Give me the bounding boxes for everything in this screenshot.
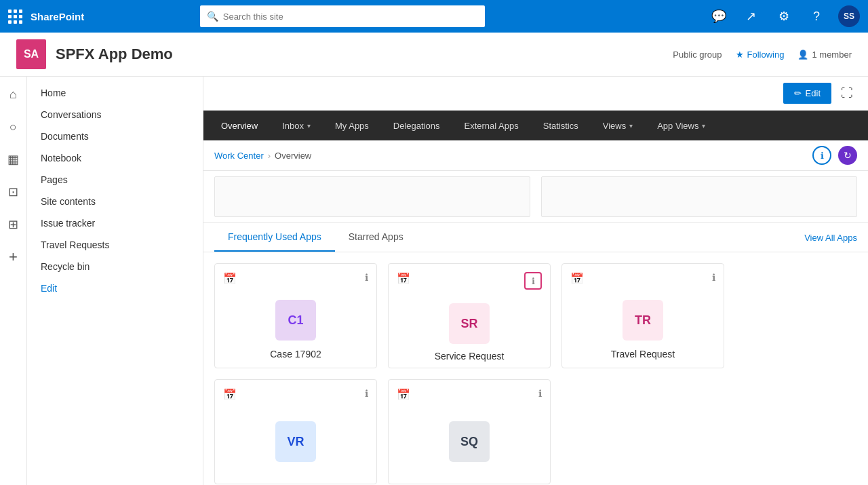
app-card-case-17902[interactable]: 📅 ℹ C1 Case 17902 bbox=[214, 263, 377, 368]
info-icon[interactable]: ℹ bbox=[365, 272, 368, 283]
site-title: SPFX App Demo bbox=[56, 45, 173, 63]
tab-inbox[interactable]: Inbox ▾ bbox=[270, 111, 323, 140]
following-button[interactable]: ★ Following bbox=[736, 50, 785, 60]
sidebar-globe-icon[interactable]: ○ bbox=[1, 115, 26, 139]
tab-delegations[interactable]: Delegations bbox=[381, 111, 452, 140]
info-icon[interactable]: ℹ bbox=[712, 272, 715, 283]
search-bar: 🔍 bbox=[200, 5, 485, 27]
sidebar-item-pages[interactable]: Pages bbox=[27, 169, 203, 191]
tab-my-apps[interactable]: My Apps bbox=[323, 111, 381, 140]
app-card-top: 📅 ℹ bbox=[397, 388, 542, 401]
app-card-vr[interactable]: 📅 ℹ VR bbox=[214, 379, 377, 484]
app-card-icon-area: C1 bbox=[223, 292, 368, 349]
info-icon[interactable]: ℹ bbox=[538, 388, 542, 399]
sidebar-edit-link[interactable]: Edit bbox=[27, 277, 203, 299]
sidebar-add-icon[interactable]: + bbox=[1, 245, 26, 269]
sidebar-item-home[interactable]: Home bbox=[27, 82, 203, 104]
sharepoint-logo[interactable]: SharePoint bbox=[31, 11, 84, 22]
breadcrumb-parent[interactable]: Work Center bbox=[214, 151, 264, 161]
app-card-top: 📅 ℹ bbox=[223, 272, 368, 285]
views-chevron-icon: ▾ bbox=[629, 122, 633, 130]
share-button[interactable]: ↗ bbox=[741, 5, 762, 27]
inbox-chevron-icon: ▾ bbox=[307, 122, 311, 130]
tab-app-views[interactable]: App Views ▾ bbox=[645, 111, 717, 140]
app-card-name: Travel Request bbox=[570, 349, 715, 360]
app-tabs-bar: Frequently Used Apps Starred Apps View A… bbox=[203, 223, 868, 252]
view-all-apps-link[interactable]: View All Apps bbox=[804, 225, 857, 251]
app-avatar-sr: SR bbox=[449, 303, 490, 344]
sidebar-icons: ⌂ ○ ▦ ⊡ ⊞ + bbox=[0, 77, 27, 485]
tab-overview[interactable]: Overview bbox=[209, 111, 270, 140]
tab-external-apps[interactable]: External Apps bbox=[452, 111, 531, 140]
sidebar: Home Conversations Documents Notebook Pa… bbox=[27, 77, 203, 485]
panels-row bbox=[203, 171, 868, 223]
tab-overview-label: Overview bbox=[221, 121, 258, 131]
sidebar-item-conversations[interactable]: Conversations bbox=[27, 104, 203, 125]
app-card-sq[interactable]: 📅 ℹ SQ bbox=[388, 379, 551, 484]
sidebar-item-notebook[interactable]: Notebook bbox=[27, 147, 203, 169]
sidebar-activity-icon[interactable]: ⊡ bbox=[1, 180, 26, 204]
site-logo: SA bbox=[16, 39, 46, 69]
settings-button[interactable]: ⚙ bbox=[773, 5, 795, 27]
calendar-icon: 📅 bbox=[223, 272, 237, 285]
app-card-icon-area: SQ bbox=[397, 408, 542, 476]
top-bar-actions: 💬 ↗ ⚙ ? SS bbox=[708, 5, 860, 27]
content-area: ✏ Edit ⛶ Overview Inbox ▾ My Apps Delega… bbox=[203, 77, 868, 485]
tab-frequently-used-apps[interactable]: Frequently Used Apps bbox=[214, 223, 335, 252]
tab-inbox-label: Inbox bbox=[282, 121, 304, 131]
sidebar-item-travel-requests[interactable]: Travel Requests bbox=[27, 234, 203, 256]
tab-views-label: Views bbox=[603, 121, 626, 131]
starred-apps-label: Starred Apps bbox=[349, 231, 403, 242]
info-button[interactable]: ℹ bbox=[812, 146, 831, 165]
sidebar-grid-icon[interactable]: ⊞ bbox=[1, 212, 26, 237]
star-icon: ★ bbox=[736, 50, 744, 60]
members-label: 1 member bbox=[812, 50, 852, 60]
tab-starred-apps[interactable]: Starred Apps bbox=[335, 223, 417, 252]
help-button[interactable]: ? bbox=[806, 5, 827, 27]
app-card-top: 📅 ℹ bbox=[223, 388, 368, 401]
edit-button[interactable]: ✏ Edit bbox=[783, 83, 831, 104]
chat-button[interactable]: 💬 bbox=[708, 5, 730, 27]
sidebar-home-icon[interactable]: ⌂ bbox=[1, 82, 26, 106]
user-avatar[interactable]: SS bbox=[838, 5, 860, 27]
tab-navigation: Overview Inbox ▾ My Apps Delegations Ext… bbox=[203, 111, 868, 140]
app-card-service-request[interactable]: 📅 ℹ SR Service Request bbox=[388, 263, 551, 368]
search-input[interactable] bbox=[200, 5, 485, 27]
members-count[interactable]: 👤 1 member bbox=[797, 50, 852, 60]
action-bar: ✏ Edit ⛶ bbox=[203, 77, 868, 111]
calendar-icon: 📅 bbox=[397, 388, 410, 401]
breadcrumb-icons: ℹ ↻ bbox=[812, 146, 857, 165]
breadcrumb-separator: › bbox=[268, 151, 271, 161]
app-card-icon-area: VR bbox=[223, 408, 368, 476]
sidebar-item-issue-tracker[interactable]: Issue tracker bbox=[27, 212, 203, 234]
sidebar-pages-icon[interactable]: ▦ bbox=[1, 147, 26, 172]
info-icon[interactable]: ℹ bbox=[365, 388, 368, 399]
sidebar-item-documents[interactable]: Documents bbox=[27, 125, 203, 147]
app-card-name: Service Request bbox=[397, 351, 542, 362]
app-card-name: Case 17902 bbox=[223, 349, 368, 360]
top-bar: SharePoint 🔍 💬 ↗ ⚙ ? SS bbox=[0, 0, 868, 33]
apps-grid: 📅 ℹ C1 Case 17902 📅 ℹ SR Service Request bbox=[203, 252, 868, 485]
breadcrumb: Work Center › Overview bbox=[214, 151, 311, 161]
app-views-chevron-icon: ▾ bbox=[702, 122, 705, 130]
tab-statistics[interactable]: Statistics bbox=[531, 111, 591, 140]
waffle-button[interactable] bbox=[8, 9, 22, 24]
refresh-button[interactable]: ↻ bbox=[838, 146, 857, 165]
following-label: Following bbox=[747, 50, 785, 60]
edit-button-label: Edit bbox=[806, 88, 821, 98]
person-icon: 👤 bbox=[797, 50, 808, 60]
sidebar-item-site-contents[interactable]: Site contents bbox=[27, 191, 203, 212]
app-card-travel-request[interactable]: 📅 ℹ TR Travel Request bbox=[561, 263, 724, 368]
sidebar-item-recycle-bin[interactable]: Recycle bin bbox=[27, 256, 203, 277]
left-panel bbox=[214, 176, 530, 217]
app-avatar-c1: C1 bbox=[275, 300, 316, 341]
app-avatar-vr: VR bbox=[275, 421, 316, 462]
app-card-top: 📅 ℹ bbox=[570, 272, 715, 285]
expand-button[interactable]: ⛶ bbox=[837, 82, 857, 104]
frequently-used-label: Frequently Used Apps bbox=[228, 231, 321, 242]
tab-views[interactable]: Views ▾ bbox=[591, 111, 645, 140]
info-icon-highlighted[interactable]: ℹ bbox=[524, 272, 542, 290]
group-type-label: Public group bbox=[673, 50, 722, 60]
calendar-icon: 📅 bbox=[570, 272, 584, 285]
site-header: SA SPFX App Demo Public group ★ Followin… bbox=[0, 33, 868, 77]
